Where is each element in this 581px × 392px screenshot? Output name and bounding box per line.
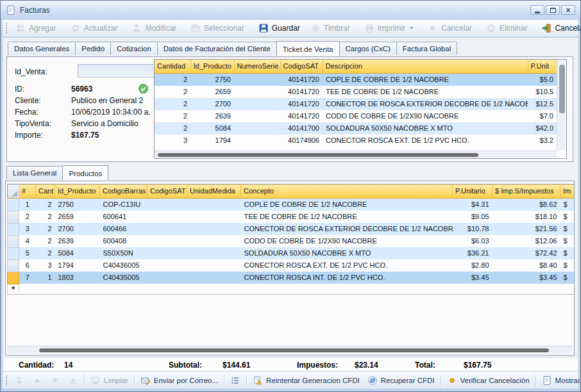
cell[interactable] [147,211,187,223]
cell[interactable]: 40141720 [280,86,323,98]
cell[interactable]: $ [560,235,575,247]
current-row-selector[interactable] [8,272,19,284]
column-header-codigosat[interactable]: CodigoSAT [280,60,323,74]
hscroll-thumb[interactable] [158,153,478,157]
cell[interactable]: 2 [155,122,190,135]
cell[interactable]: COPLE DE COBRE DE 1/2 NACOBRE [241,199,453,211]
eliminar-button[interactable]: Eliminar [482,21,532,35]
column-header-concepto[interactable]: Concepto [241,184,453,199]
cell[interactable] [234,98,280,110]
toolbar-grip-handle[interactable] [6,375,7,386]
cell[interactable]: 2 [155,110,190,122]
cell[interactable]: $8.62 [493,199,560,211]
cell[interactable]: CONECTOR DE ROSCA EXTERIOR DECOBRE DE 1/… [241,223,453,235]
limpiar-button[interactable]: Limpiar [87,373,131,388]
cell[interactable]: $8.40 [493,259,560,272]
column-header-unidadmedida[interactable]: UnidadMedida [187,184,241,199]
cell[interactable]: 40141720 [280,98,323,110]
nav-first-button[interactable] [11,373,28,388]
verificar-cancelacion-button[interactable]: Verificar Cancelación [444,373,533,388]
cell[interactable] [147,235,187,247]
cell[interactable]: 2700 [55,223,100,235]
reintentar-cfdi-button[interactable]: Reintentar Generacion CFDI [249,373,363,388]
cell[interactable] [234,110,280,122]
cell[interactable]: 2 [36,223,55,235]
cell[interactable]: 2 [19,211,36,223]
cell[interactable] [147,247,187,259]
cell[interactable]: CODO DE COBRE DE 1/2X90 NACOBRE [241,235,453,247]
cell[interactable]: 1803 [55,272,100,284]
cell[interactable]: $9.05 [453,211,493,223]
row-selector[interactable] [8,259,19,272]
seleccionar-button[interactable]: Seleccionar [186,21,249,35]
productos-grid-hscrollbar[interactable] [7,346,573,354]
column-header-p-unit[interactable]: P.Unit [528,60,557,74]
cell[interactable]: $ [560,223,575,235]
cell[interactable]: $2.80 [453,259,493,272]
cell[interactable]: 2 [36,211,55,223]
cell[interactable]: 6 [19,259,36,272]
cell[interactable]: 2659 [190,86,234,98]
cell[interactable]: $4.31 [453,199,493,211]
cell[interactable]: S50X50N [100,247,147,259]
mostrar-detalles-button[interactable]: Mostrar Detalles [539,373,581,388]
detail-tab-productos[interactable]: Productos [62,165,108,180]
select-all-corner[interactable] [8,184,19,199]
cell[interactable]: CODO DE COBRE DE 1/2X90 NACOBRE [323,110,528,122]
minimize-button[interactable] [530,5,544,15]
cell[interactable]: 2 [155,74,190,86]
cell[interactable]: $42.0 [528,122,557,135]
cell[interactable]: C40436005 [100,259,147,272]
tab-factura-global[interactable]: Factura Global [396,42,457,55]
tab-datos-de-facturaci-n-del-cliente[interactable]: Datos de Facturación del Cliente [157,42,277,55]
cell[interactable]: COP-C13IU [100,199,147,211]
cell[interactable]: CONECTOR ROSCA INT. DE 1/2 PVC HCO. [241,272,453,284]
maximize-button[interactable] [546,5,560,15]
cell[interactable]: 1794 [190,135,234,147]
recuperar-cfdi-button[interactable]: Recuperar CFDI [364,373,438,388]
cell[interactable] [234,122,280,135]
column-header-descripcion[interactable]: Descripcion [323,60,528,74]
cell[interactable]: $12.06 [493,235,560,247]
cell[interactable]: $7.0 [528,110,557,122]
cell[interactable]: C40435005 [100,272,147,284]
titlebar[interactable]: Facturas × [1,1,580,19]
cell[interactable]: 1794 [55,259,100,272]
enviar-correo-button[interactable]: Enviar por Correo... [137,373,221,388]
modificar-button[interactable]: Modificar [127,21,181,35]
cell[interactable] [187,199,241,211]
cell[interactable]: CONECTOR ROSCA EXT. DE 1/2 PVC HCO. [241,259,453,272]
column-header-id-producto[interactable]: Id_Producto [55,184,100,199]
close-button[interactable]: × [561,5,575,15]
cell[interactable]: $21.56 [493,223,560,235]
nav-last-button[interactable] [65,373,81,388]
cell[interactable]: $10.78 [453,223,493,235]
cell[interactable] [234,74,280,86]
cell[interactable]: 2639 [190,110,234,122]
row-selector[interactable] [8,235,19,247]
toolbar-grip-handle[interactable] [6,23,7,33]
ticket-grid-hscrollbar[interactable] [155,151,557,158]
cell[interactable]: $ [560,199,575,211]
cell[interactable]: 40141700 [280,122,323,135]
cell[interactable]: 5084 [55,247,100,259]
agregar-button[interactable]: Agregar [11,21,61,35]
guardar-button[interactable]: Guardar [254,21,305,35]
cell[interactable] [187,223,241,235]
cell[interactable] [187,272,241,284]
cell[interactable]: 3 [36,259,55,272]
cell[interactable]: 600466 [100,223,147,235]
cell[interactable]: $3.45 [493,272,560,284]
cell[interactable]: $72.42 [493,247,560,259]
tab-pedido[interactable]: Pedido [75,42,111,55]
cell[interactable]: $6.03 [453,235,493,247]
cell[interactable]: COPLE DE COBRE DE 1/2 NACOBRE [323,74,528,86]
cell[interactable]: 2639 [55,235,100,247]
row-selector[interactable] [8,247,19,259]
cell[interactable] [147,272,187,284]
cell[interactable] [187,211,241,223]
cell[interactable]: SOLDADURA 50X50 NACOBRE X MTO [323,122,528,135]
cancelar-button[interactable]: Cancelar [423,21,476,35]
column-header-p-unitario[interactable]: P.Unitario [453,184,493,199]
tab-cotizacion[interactable]: Cotizacion [110,42,158,55]
